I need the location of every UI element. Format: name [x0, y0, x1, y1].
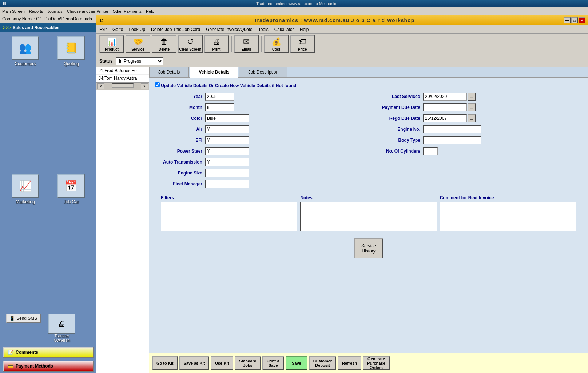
restore-button[interactable]: □	[571, 17, 578, 23]
comment-textarea[interactable]	[440, 202, 576, 231]
rego-due-input[interactable]	[423, 114, 467, 122]
customers-icon-box: 👥	[12, 36, 39, 60]
rego-due-browse[interactable]: ...	[468, 114, 476, 122]
efi-input[interactable]	[205, 136, 249, 144]
cost-button[interactable]: 💰 Cost	[264, 35, 289, 53]
product-button[interactable]: 📊 Product	[99, 35, 124, 53]
sidebar-item-quoting[interactable]: 📒 Quoting	[49, 35, 94, 171]
last-serviced-browse[interactable]: ...	[468, 93, 476, 101]
body-type-input[interactable]	[423, 136, 481, 144]
status-bar: Status In Progress Complete Pending Canc…	[96, 55, 588, 67]
menu-tools[interactable]: Tools	[258, 27, 269, 32]
month-input[interactable]	[205, 103, 234, 111]
update-vehicle-checkbox[interactable]	[155, 82, 160, 87]
auto-trans-input[interactable]	[205, 158, 249, 166]
cylinders-row: No. Of Cylinders	[373, 147, 582, 155]
clear-screen-label: Clear Screen	[179, 47, 201, 51]
window-icon: 🖥	[99, 17, 104, 23]
customer-deposit-button[interactable]: Customer Deposit	[309, 356, 336, 370]
air-input[interactable]	[205, 125, 249, 133]
price-button[interactable]: 🏷 Price	[290, 35, 315, 53]
comments-button[interactable]: 📝 Comments	[3, 347, 94, 358]
job-item-2[interactable]: J4;Tom Hardy;Astra	[96, 75, 149, 82]
tab-job-description[interactable]: Job Description	[239, 67, 287, 77]
job-nav-next[interactable]: >	[141, 83, 148, 89]
jobcard-label: Job Car	[64, 199, 79, 204]
notes-group: Notes:	[300, 195, 437, 231]
menu-exit[interactable]: Exit	[99, 27, 107, 32]
save-as-kit-button[interactable]: Save as Kit	[179, 356, 209, 370]
window-title: Tradepronamics : www.rad.com.au J o b C …	[104, 17, 564, 23]
standard-jobs-button[interactable]: Standard Jobs	[235, 356, 261, 370]
update-vehicle-checkbox-row: Update Vehicle Details Or Create New Veh…	[155, 82, 582, 88]
job-item-1[interactable]: J1;Fred B Jones;Fo	[96, 67, 149, 75]
service-button[interactable]: 🤝 Service	[126, 35, 150, 53]
delete-button[interactable]: 🗑 Delete	[152, 35, 176, 53]
sidebar-icons: 👥 Customers 📒 Quoting 📈 Marketing 📅 Job …	[0, 32, 96, 312]
menu-lookup[interactable]: Look Up	[129, 27, 145, 32]
bottom-bar: Go to Kit Save as Kit Use Kit Standard J…	[149, 353, 588, 373]
menu-other-payments[interactable]: Other Payments	[113, 9, 142, 13]
last-serviced-input[interactable]	[423, 93, 467, 101]
auto-trans-label: Auto Transmission	[155, 160, 202, 165]
generate-po-button[interactable]: Generate Purchase Orders	[363, 356, 390, 370]
job-scroll[interactable]	[112, 83, 134, 88]
print-button[interactable]: 🖨 Print	[204, 35, 229, 53]
service-history-area: ServiceHistory	[155, 231, 582, 266]
power-steer-input[interactable]	[205, 147, 249, 155]
delete-label: Delete	[159, 47, 170, 51]
tab-vehicle-details[interactable]: Vehicle Details	[190, 67, 238, 78]
transfer-icon-box: 🖨	[48, 314, 75, 334]
engine-no-input[interactable]	[423, 125, 481, 133]
cylinders-input[interactable]	[423, 147, 438, 155]
email-button[interactable]: ✉ Email	[234, 35, 259, 53]
job-nav-prev[interactable]: <	[97, 83, 104, 89]
menu-help-app[interactable]: Help	[300, 27, 309, 32]
sidebar-item-customers[interactable]: 👥 Customers	[3, 35, 48, 171]
sidebar-item-transfer[interactable]: 🖨 TransferOwnersh	[47, 312, 77, 344]
menu-choose-printer[interactable]: Choose another Printer	[67, 9, 108, 13]
print-save-button[interactable]: Print & Save	[262, 356, 284, 370]
engine-size-input[interactable]	[205, 169, 249, 177]
sidebar-item-marketing[interactable]: 📈 Marketing	[3, 173, 48, 309]
menu-reports[interactable]: Reports	[29, 9, 43, 13]
rego-due-group: ...	[423, 114, 476, 122]
notes-textarea[interactable]	[300, 202, 437, 231]
filters-textarea[interactable]	[161, 202, 297, 231]
comment-label: Comment for Next Invoice:	[440, 195, 576, 200]
menu-calculator[interactable]: Calculator	[274, 27, 294, 32]
clear-screen-button[interactable]: ↺ Clear Screen	[178, 35, 203, 53]
menu-journals[interactable]: Journals	[47, 9, 63, 13]
go-to-kit-button[interactable]: Go to Kit	[152, 356, 178, 370]
form-left-col: Year Month Color	[155, 93, 364, 191]
payment-methods-button[interactable]: 💳 Payment Methods	[3, 361, 94, 372]
cost-icon: 💰	[271, 37, 281, 47]
efi-row: EFI	[155, 136, 364, 144]
color-input[interactable]	[205, 114, 249, 122]
menu-delete-job[interactable]: Delete Job This Job Card	[151, 27, 200, 32]
tab-job-details[interactable]: Job Details	[149, 67, 189, 77]
payment-due-browse[interactable]: ...	[468, 103, 476, 111]
status-select[interactable]: In Progress Complete Pending Cancelled	[116, 57, 163, 65]
menu-goto[interactable]: Go to	[112, 27, 123, 32]
menu-help[interactable]: Help	[146, 9, 154, 13]
fleet-manager-input[interactable]	[205, 180, 249, 188]
payment-due-input[interactable]	[423, 103, 467, 111]
service-history-button[interactable]: ServiceHistory	[354, 238, 383, 258]
sidebar-item-jobcard[interactable]: 📅 Job Car	[49, 173, 94, 309]
air-label: Air	[155, 127, 202, 132]
save-button[interactable]: Save	[286, 356, 307, 370]
month-label: Month	[155, 105, 202, 110]
send-sms-button[interactable]: 📱 Send SMS	[6, 314, 41, 323]
engine-size-row: Engine Size	[155, 169, 364, 177]
use-kit-button[interactable]: Use Kit	[211, 356, 233, 370]
quoting-label: Quoting	[64, 61, 79, 66]
menu-generate-invoice[interactable]: Generate Invoice/Quote	[206, 27, 252, 32]
close-button[interactable]: ✕	[579, 17, 585, 23]
body-type-row: Body Type	[373, 136, 582, 144]
refresh-button[interactable]: Refresh	[338, 356, 361, 370]
minimize-button[interactable]: —	[564, 17, 571, 23]
year-input[interactable]	[205, 93, 234, 101]
rego-due-label: Rego Due Date	[373, 116, 420, 121]
menu-main-screen[interactable]: Main Screen	[2, 9, 25, 13]
